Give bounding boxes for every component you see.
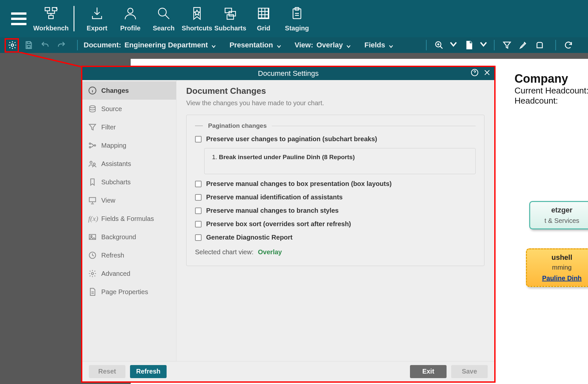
zoom-icon[interactable] — [433, 39, 446, 52]
tool-workbench[interactable]: Workbench — [34, 0, 68, 37]
checkbox-preserve-pagination[interactable] — [195, 136, 202, 142]
nav-item-label: View — [101, 197, 115, 204]
checkbox-diagnostic[interactable] — [195, 234, 202, 241]
view-selector[interactable]: View: Overlay — [295, 41, 351, 49]
org-card-orange[interactable]: ushell mming Pauline Dinh — [526, 248, 588, 287]
tool-export[interactable]: Export — [80, 0, 114, 37]
svg-point-17 — [90, 106, 95, 108]
toolbar-divider — [74, 6, 74, 31]
nav-item-mapping[interactable]: Mapping — [82, 136, 176, 155]
selected-chart-view: Selected chart view: Overlay — [195, 248, 476, 256]
nav-item-view[interactable]: View — [82, 191, 176, 209]
checkbox-assistants-label: Preserve manual identification of assist… — [206, 193, 343, 201]
redo-icon[interactable] — [55, 39, 68, 52]
save-button[interactable]: Save — [451, 365, 488, 378]
tool-grid[interactable]: Grid — [247, 0, 280, 37]
nav-item-label: Advanced — [101, 270, 130, 277]
document-selector[interactable]: Document: Engineering Department — [84, 41, 216, 49]
filter-icon[interactable] — [500, 39, 514, 52]
svg-point-21 — [90, 161, 92, 163]
page-headcount-current: Current Headcount: — [514, 86, 588, 96]
nav-item-subcharts[interactable]: Subcharts — [82, 173, 176, 191]
checkbox-box-sort-label: Preserve box sort (overrides sort after … — [206, 220, 351, 228]
org-card-link[interactable]: Pauline Dinh — [532, 275, 588, 282]
svg-point-3 — [128, 8, 133, 13]
checkbox-box-presentation-label: Preserve manual changes to box presentat… — [206, 180, 392, 188]
org-card-name: etzger — [535, 206, 588, 214]
exit-button[interactable]: Exit — [410, 365, 447, 378]
tool-profile-label: Profile — [120, 25, 140, 32]
group-pagination: Pagination changes — [195, 122, 476, 129]
nav-item-assistants[interactable]: Assistants — [82, 155, 176, 173]
checkbox-box-sort[interactable] — [195, 221, 202, 227]
settings-gear-icon[interactable] — [6, 39, 19, 52]
reset-button[interactable]: Reset — [89, 365, 125, 378]
grid-icon — [256, 6, 271, 21]
nav-item-advanced[interactable]: Advanced — [82, 264, 176, 283]
hamburger-menu-icon[interactable] — [10, 10, 28, 28]
nav-item-source[interactable]: Source — [82, 100, 176, 118]
svg-rect-5 — [225, 8, 232, 13]
checkbox-branch-styles[interactable] — [195, 208, 202, 214]
subtoolbar-divider — [494, 40, 495, 50]
tool-workbench-label: Workbench — [33, 25, 69, 32]
checkbox-branch-styles-label: Preserve manual changes to branch styles — [206, 207, 339, 214]
info-icon — [88, 86, 97, 95]
nav-item-label: Background — [101, 233, 136, 241]
svg-rect-0 — [45, 8, 50, 11]
org-card-teal[interactable]: etzger t & Services — [529, 201, 588, 229]
chevron-down-icon — [346, 42, 351, 48]
tool-profile[interactable]: Profile — [114, 0, 147, 37]
staging-icon — [289, 6, 305, 21]
nav-item-changes[interactable]: Changes — [82, 81, 176, 100]
clock-icon — [88, 251, 97, 259]
people-icon — [88, 159, 97, 168]
list-item: Break inserted under Pauline Dinh (8 Rep… — [219, 154, 469, 161]
subcharts-icon — [222, 6, 238, 21]
chevron-down-icon — [388, 42, 394, 48]
layout-icon[interactable] — [533, 39, 546, 52]
gear-icon — [88, 269, 97, 278]
nav-item-label: Changes — [101, 87, 129, 94]
svg-rect-8 — [258, 8, 269, 19]
chevron-down-icon — [276, 42, 282, 48]
tool-shortcuts[interactable]: Shortcuts — [180, 0, 214, 37]
document-value: Engineering Department — [124, 41, 208, 49]
checkbox-assistants[interactable] — [195, 194, 202, 201]
tool-export-label: Export — [87, 25, 107, 32]
nav-item-label: Assistants — [101, 160, 131, 168]
changes-panel: Pagination changes Preserve user changes… — [186, 115, 484, 266]
help-icon[interactable] — [471, 69, 479, 78]
undo-icon[interactable] — [39, 39, 52, 52]
chevron-down-icon — [211, 42, 216, 48]
dialog-footer: Reset Refresh Exit Save — [82, 361, 494, 381]
search-icon — [156, 6, 172, 21]
presentation-selector[interactable]: Presentation — [229, 41, 281, 49]
svg-point-11 — [11, 44, 13, 46]
tool-shortcuts-label: Shortcuts — [182, 25, 212, 32]
tool-search[interactable]: Search — [147, 0, 180, 37]
page-icon[interactable] — [463, 39, 476, 52]
fields-selector[interactable]: Fields — [364, 41, 394, 49]
nav-item-label: Mapping — [101, 142, 126, 149]
nav-item-fields-formulas[interactable]: f(x) Fields & Formulas — [82, 209, 176, 228]
save-icon[interactable] — [22, 39, 35, 52]
refresh-cycle-icon[interactable] — [562, 39, 575, 52]
checkbox-box-presentation[interactable] — [195, 181, 202, 187]
nav-item-page-properties[interactable]: Page Properties — [82, 283, 176, 301]
shortcuts-icon — [189, 6, 205, 21]
tool-subcharts[interactable]: Subcharts — [214, 0, 247, 37]
nav-item-refresh[interactable]: Refresh — [82, 246, 176, 264]
mapping-icon — [88, 141, 97, 150]
dialog-title-label: Document Settings — [258, 69, 319, 78]
nav-item-filter[interactable]: Filter — [82, 118, 176, 136]
nav-item-label: Fields & Formulas — [101, 215, 154, 223]
tool-staging[interactable]: Staging — [280, 0, 314, 37]
chevron-down-icon — [479, 40, 488, 51]
close-icon[interactable] — [483, 69, 491, 78]
nav-item-background[interactable]: Background — [82, 228, 176, 246]
checkbox-diagnostic-label: Generate Diagnostic Report — [206, 234, 293, 241]
svg-point-18 — [89, 143, 90, 144]
highlighter-icon[interactable] — [517, 39, 530, 52]
refresh-button[interactable]: Refresh — [130, 365, 167, 378]
